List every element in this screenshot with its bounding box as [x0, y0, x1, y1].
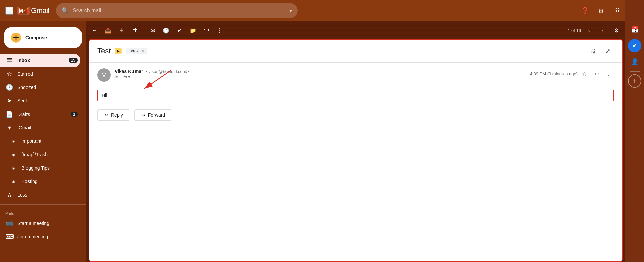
sent-icon: ➤ — [5, 97, 13, 104]
thread-print-button[interactable]: 🖨 — [587, 45, 599, 57]
svg-text:M: M — [19, 8, 23, 14]
gmail-logo-icon: M — [17, 6, 30, 15]
thread-header-right: 🖨 ⤢ — [587, 45, 614, 57]
join-meeting-icon: ⌨ — [5, 233, 13, 241]
gmail-logo: M Gmail — [17, 6, 49, 15]
forward-button[interactable]: ↪ Forward — [134, 109, 172, 121]
more-options-button[interactable]: ⋮ — [603, 68, 614, 79]
report-spam-button[interactable]: ⚠ — [115, 24, 127, 36]
compose-button[interactable]: Compose — [4, 27, 82, 48]
thread-expand-button[interactable]: ⤢ — [602, 45, 614, 57]
blogging-tips-icon: ◉ — [9, 166, 17, 170]
next-page-button[interactable]: › — [597, 25, 608, 36]
settings-button[interactable]: ⚙ — [594, 4, 608, 17]
sidebar-item-label-drafts: Drafts — [17, 112, 67, 117]
message-body: Hii — [97, 90, 614, 101]
add-sidebar-button[interactable]: + — [628, 74, 641, 88]
inbox-tag-close-button[interactable]: ✕ — [141, 48, 145, 54]
sidebar-item-inbox[interactable]: ☰ Inbox 15 — [0, 54, 80, 67]
message-actions: 4:39 PM (0 minutes ago) ☆ ↩ ⋮ — [530, 68, 614, 79]
compose-plus-icon — [11, 32, 21, 43]
top-bar: M Gmail 🔍 Search mail ▾ ❓ ⚙ ⠿ V — [0, 0, 644, 21]
gmail-folder-icon: ▾ — [5, 124, 13, 131]
toolbar-right: 1 of 16 ‹ › ⚙ — [568, 24, 623, 36]
sidebar-item-hosting[interactable]: ◉ Hosting — [0, 175, 80, 188]
less-icon: ∧ — [5, 191, 13, 199]
sender-email: <vikas@hextoid.com> — [146, 69, 189, 74]
apps-button[interactable]: ⠿ — [610, 4, 624, 17]
forward-arrow-icon: ↪ — [141, 112, 145, 118]
back-button[interactable]: ← — [89, 24, 101, 36]
help-button[interactable]: ❓ — [578, 4, 592, 17]
sidebar-item-gmail[interactable]: ▾ [Gmail] — [0, 121, 80, 134]
email-arrow-tag: ▶ — [115, 48, 122, 54]
move-to-button[interactable]: 📁 — [187, 24, 199, 36]
sidebar-item-blogging-tips[interactable]: ◉ Blogging Tips — [0, 161, 80, 175]
sidebar-item-label-less: Less — [17, 192, 78, 198]
sidebar-item-label-gmail: [Gmail] — [17, 125, 78, 130]
inbox-badge: 15 — [69, 58, 78, 63]
search-icon: 🔍 — [61, 7, 69, 14]
sidebar-item-label-snoozed: Snoozed — [17, 85, 78, 90]
start-meeting-icon: 📹 — [5, 220, 13, 227]
sidebar-item-less[interactable]: ∧ Less — [0, 188, 80, 202]
sidebar-item-imap-trash[interactable]: ◉ [Imap]/Trash — [0, 148, 80, 161]
email-thread-header: Test ▶ Inbox ✕ 🖨 ⤢ — [89, 40, 622, 63]
email-subject: Test — [97, 47, 111, 55]
sender-avatar: V — [97, 68, 111, 82]
starred-icon: ☆ — [5, 70, 13, 78]
reply-button[interactable]: ↩ Reply — [97, 109, 130, 121]
label-button[interactable]: 🏷 — [200, 24, 212, 36]
sender-info-row: Vikas Kumar <vikas@hextoid.com> — [115, 68, 523, 74]
main-body: Compose ☰ Inbox 15 ☆ Starred 🕐 Snoozed ➤… — [0, 21, 644, 262]
snooze-button[interactable]: 🕐 — [160, 24, 172, 36]
message-buttons: ↩ Reply ↪ Forward — [97, 109, 614, 121]
right-sidebar-divider — [630, 71, 640, 72]
tasks-sidebar-button[interactable]: ✔ — [628, 39, 641, 52]
prev-page-button[interactable]: ‹ — [584, 25, 594, 36]
sidebar-item-label-join-meeting: Join a meeting — [17, 234, 78, 239]
star-button[interactable]: ☆ — [579, 68, 590, 79]
sidebar-item-label-hosting: Hosting — [21, 179, 78, 184]
mark-unread-button[interactable]: ✉ — [147, 24, 159, 36]
meet-section: Meet 📹 Start a meeting ⌨ Join a meeting — [0, 207, 86, 245]
sidebar-item-label-starred: Starred — [17, 71, 78, 77]
sidebar-item-drafts[interactable]: 📄 Drafts 1 — [0, 107, 80, 121]
reply-arrow-icon: ↩ — [104, 112, 108, 118]
reply-label: Reply — [111, 112, 123, 118]
reply-icon-button[interactable]: ↩ — [591, 68, 602, 79]
search-bar[interactable]: 🔍 Search mail ▾ — [56, 3, 298, 18]
content-area: ← 📥 ⚠ 🗑 ✉ 🕐 ✔ 📁 🏷 ⋮ 1 of 16 ‹ › ⚙ Test ▶ — [86, 21, 625, 262]
toolbar: ← 📥 ⚠ 🗑 ✉ 🕐 ✔ 📁 🏷 ⋮ 1 of 16 ‹ › ⚙ — [86, 21, 625, 39]
message-time: 4:39 PM (0 minutes ago) — [530, 71, 578, 76]
sidebar-item-starred[interactable]: ☆ Starred — [0, 67, 80, 81]
hamburger-menu-button[interactable] — [5, 7, 13, 15]
delete-button[interactable]: 🗑 — [129, 24, 141, 36]
email-thread: Test ▶ Inbox ✕ 🖨 ⤢ V Vikas Kumar — [89, 39, 623, 262]
sidebar-item-join-meeting[interactable]: ⌨ Join a meeting — [0, 230, 80, 244]
sidebar-item-label-start-meeting: Start a meeting — [17, 221, 78, 226]
print-button[interactable]: ⚙ — [610, 24, 623, 36]
search-chevron-icon: ▾ — [289, 8, 292, 14]
hosting-icon: ◉ — [9, 180, 17, 183]
archive-button[interactable]: 📥 — [102, 24, 114, 36]
page-info: 1 of 16 — [568, 28, 581, 33]
email-inbox-tag: Inbox ✕ — [126, 48, 147, 54]
sidebar-item-sent[interactable]: ➤ Sent — [0, 94, 80, 107]
snoozed-icon: 🕐 — [5, 84, 13, 91]
to-hex-label: to Hex — [115, 74, 127, 79]
to-hex-row[interactable]: to Hex ▾ — [115, 74, 523, 79]
email-message: V Vikas Kumar <vikas@hextoid.com> to Hex… — [89, 63, 622, 261]
calendar-sidebar-button[interactable]: 📅 — [628, 23, 641, 36]
sidebar-item-important[interactable]: ◉ Important — [0, 134, 80, 148]
forward-label: Forward — [148, 112, 165, 118]
task-button[interactable]: ✔ — [173, 24, 185, 36]
sidebar-item-start-meeting[interactable]: 📹 Start a meeting — [0, 217, 80, 230]
sidebar-item-label-sent: Sent — [17, 98, 78, 103]
inbox-tag-label: Inbox — [128, 49, 138, 53]
more-button[interactable]: ⋮ — [214, 24, 226, 36]
contacts-sidebar-button[interactable]: 👤 — [628, 55, 641, 69]
search-input[interactable]: Search mail — [73, 8, 285, 14]
gmail-title: Gmail — [31, 6, 49, 15]
sidebar-item-snoozed[interactable]: 🕐 Snoozed — [0, 81, 80, 94]
